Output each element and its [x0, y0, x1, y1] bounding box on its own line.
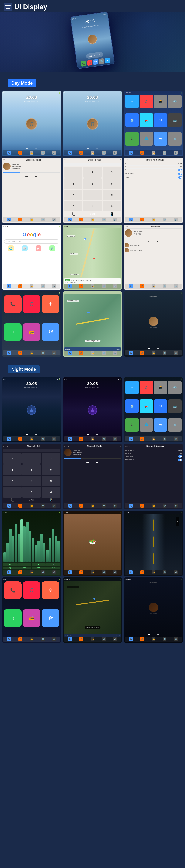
night-nav2-info: 15:16 ETA 9.0 mi — [64, 634, 121, 637]
app-grid-day: ✈ 🎵 📸 ⚙️ 📡 🚗 BT 📺 📞 🌐 🗺 ⚙️ — [125, 94, 182, 150]
night-carplay-music[interactable]: 🎵 — [23, 582, 41, 599]
night-bt-music-bottom: 📞 🎵 📻 ⚙️ 🔊 — [64, 503, 121, 508]
music-item-1[interactable]: 华乐_前奏.mp3 — [125, 243, 182, 248]
map-bottom: 📞 🎵 📻 ⚙️ 🔊 — [64, 284, 121, 289]
bt-field-pin-label: Device pin — [125, 166, 132, 168]
bt-music-album: Music Album — [12, 165, 21, 167]
bt-settings-content: Device nameCarBT Device pin0000 Auto ans… — [125, 162, 182, 217]
carplay-podcast2-icon[interactable]: 📻 — [23, 323, 41, 341]
hero-section: 20:08▲ WiFi 20:08 A soothing oasis of re… — [0, 12, 185, 72]
night-bt-call-keypad[interactable]: 1 2 3 4 5 6 7 8 9 * 0 # — [3, 453, 60, 498]
nav-route-info: 15:16 ETA 9.0 mi — [64, 347, 121, 351]
night-bt-music-album: Music Album — [73, 452, 82, 453]
hero-device-mockup: 20:08▲ WiFi 20:08 A soothing oasis of re… — [70, 12, 115, 69]
quick-icon-1[interactable]: 🌐 — [8, 245, 14, 251]
bt-settings-bottom: 📞 🎵 📻 ⚙️ 🔊 — [125, 217, 182, 222]
night-apps-statusbar: 18:54 ▲🔋 — [125, 378, 182, 380]
day-carplay2-screenshot: 18:51 ▲ 25🔋 SocialMusic Not Playing ⏮⏸⏭ … — [124, 291, 183, 356]
menu-icon[interactable] — [4, 3, 12, 11]
night-carplay-phone[interactable]: 📞 — [4, 582, 22, 599]
carplay-maps-icon[interactable]: 🗺 — [42, 323, 59, 341]
bt-field-devicename-label: Device name — [125, 163, 134, 165]
night-bt-toggle-2[interactable] — [178, 459, 182, 461]
night-bt-field-2: Device pin — [125, 452, 132, 454]
bt-toggle-autoanswer[interactable] — [178, 169, 182, 172]
night-carplay1-screenshot: 10:01🔋 📞 🎵 🎙 ♫ 📻 🗺 📞 🎵 📻 ⚙️ 🔊 — [2, 578, 61, 643]
map-statusbar: 11:58 ▲ 🔋 — [64, 226, 121, 227]
statusbar-1: 20:08▲ 🔋 — [3, 92, 60, 94]
night-bt-toggle-1[interactable] — [178, 455, 182, 458]
night-food-screenshot: 11:54 ▲🔋 🥗 📞 🎵 📻 ⚙️ 🔊 — [63, 511, 122, 576]
google-logo: Google — [3, 231, 60, 238]
night-statusbar-2: 20:08▲ 🔋 — [64, 378, 121, 380]
night-carplay-radio[interactable]: 📻 — [23, 609, 41, 627]
night-statusbar-1: 20:08▲ 🔋 — [3, 378, 60, 380]
day-localmusic-screenshot: 17:46 ▲ LocalMusic ↩ 华乐_前奏.mp3 Music Alb… — [124, 224, 183, 290]
carplay-phone-icon[interactable]: 📞 — [4, 295, 22, 313]
google-search-bar[interactable]: Search or type URL — [4, 240, 59, 244]
night-wave-bottom: 📞 🎵 📻 ⚙️ 🔊 — [3, 570, 60, 575]
time-display-2: 20:08 — [64, 95, 121, 100]
bt-field-devicename-val: CarBT — [178, 163, 182, 165]
device-screen: 20:08▲ WiFi 20:08 A soothing oasis of re… — [71, 12, 114, 69]
carplay1-apps: 📞 🎵 🎙 ♫ 📻 🗺 — [3, 294, 60, 350]
night-nav2-dist: 9.0 mi — [116, 635, 120, 636]
night-cp2-controls[interactable]: ⏮⏸⏭ — [125, 633, 182, 636]
night-nav2-map: 10/16 ETA • 9.0 mi ➡ Start on Dongtou Ro… — [64, 581, 121, 634]
night-app-grid: ✈ 🎵 📸 ⚙️ 📡 🚗 BT 📺 📞 🌐 🗺 ⚙️ — [125, 380, 182, 436]
night-carplay-podcast[interactable]: 🎙 — [42, 582, 59, 599]
bt-field-power-label: Power — [125, 176, 129, 179]
local-music-controls[interactable]: ⏮ ⏸ ⏭ — [125, 240, 182, 243]
night-subtitle-1: A soothing oasis of rest... — [3, 387, 60, 388]
night-nav2-destination: Start on Dongtou Road — [85, 626, 100, 628]
bt-toggle-power[interactable] — [178, 176, 182, 179]
day-bt-settings-screenshot: 17:46 ▲ Bluetooth_Settings ↩ Device name… — [124, 158, 183, 223]
night-bt-settings-title: Bluetooth_Settings — [147, 445, 164, 447]
bt-toggle-autoconnect[interactable] — [178, 173, 182, 175]
time-display-1: 20:08 — [3, 95, 60, 100]
nav-bottom: 📞 🎵 📻 ⚙️ 🔊 — [64, 351, 121, 355]
day-apps-screenshot: 18:54 ▲ 25▲ 🔋 ✈ 🎵 📸 ⚙️ 📡 🚗 BT 📺 📞 🌐 🗺 ⚙️… — [124, 91, 183, 156]
carplay2-statusbar: 18:51 ▲ 25🔋 — [125, 292, 182, 294]
carplay-podcast-icon[interactable]: 🎙 — [42, 295, 59, 313]
bottom-bar-apps: 📞 🎵 📻 ⚙️ 🔊 — [125, 150, 182, 155]
map-info: GO Sunny Coffee Modern Restaurant 15:16 … — [64, 278, 121, 284]
night-mode-label: Night Mode — [7, 365, 40, 373]
night-bt-settings-screenshot: 17:46 ▲ Bluetooth_Settings ↩ Device name… — [124, 444, 183, 509]
night-bt-music-screenshot: 17:46 ▲ Bluetooth_Music ✕ Music Title Mu… — [63, 444, 122, 509]
carplay-spotify-icon[interactable]: ♫ — [4, 323, 22, 341]
bottom-bar-1: 📞 🎵 📻 ⚙️ 🔊 — [3, 150, 60, 155]
night-carplay1-apps: 📞 🎵 🎙 ♫ 📻 🗺 — [3, 581, 60, 637]
quick-icon-4[interactable]: 🛒 — [50, 245, 55, 251]
bt-call-keypad[interactable]: 123 456 789 *0# — [64, 167, 121, 211]
quick-icon-3[interactable]: ▶ — [36, 245, 41, 251]
night-subtitle-2: A soothing oasis of rest... — [64, 387, 121, 388]
night-mode-grid: 20:08▲ 🔋 20:08 A soothing oasis of rest.… — [0, 377, 185, 645]
night-bt-field-1: Device name — [125, 449, 134, 451]
day-bt-call-screenshot: 17:46 ▲ Bluetooth_Call ✕ 123 456 789 *0#… — [63, 158, 122, 223]
player-controls-1[interactable]: ⏮⏸⏭ — [3, 147, 60, 150]
bt-music-controls[interactable]: ⏮ ⏸ ⏭ — [3, 174, 60, 178]
google-bottom: 📞 🎵 📻 ⚙️ 🔊 — [3, 284, 60, 289]
quick-icon-2[interactable]: 📰 — [22, 245, 28, 251]
night-bt-settings-content: Device nameCarBT Device pin0000 Auto ans… — [125, 449, 182, 462]
night-cp2-statusbar: 18:51 ▲ 25🔋 — [125, 579, 182, 580]
player-controls-2[interactable]: ⏮⏸⏭ — [64, 147, 121, 150]
carplay2-controls[interactable]: ⏮⏸⏭ — [125, 347, 182, 350]
carplay-music-icon[interactable]: 🎵 — [23, 295, 41, 313]
day-music1-screenshot: 20:08▲ 🔋 20:08 A soothing oasis of rest.… — [2, 91, 61, 156]
hamburger-icon[interactable]: ≡ — [178, 4, 181, 10]
night-carplay-spotify[interactable]: ♫ — [4, 609, 22, 627]
night-carplay-maps[interactable]: 🗺 — [42, 609, 59, 627]
day-bt-music-screenshot: 17:46 ▲ Bluetooth_Music ✕ Music Title Mu… — [2, 158, 61, 223]
night-bt-music-controls[interactable]: ⏮⏸⏭ — [64, 460, 121, 464]
bt-music-header: 17:46 ▲ Bluetooth_Music ✕ — [3, 159, 60, 162]
night-player-controls-2[interactable]: ⏮⏸⏭ — [64, 433, 121, 436]
music-item-2[interactable]: 华乐_前奏_8.mp3 — [125, 248, 182, 253]
statusbar-apps: 18:54 ▲ 25▲ 🔋 — [125, 92, 182, 94]
bt-settings-title: Bluetooth_Settings — [147, 159, 164, 161]
music-track-2: 华乐_前奏_8.mp3 — [130, 249, 141, 251]
page-header: UI Display ≡ — [0, 0, 185, 12]
night-player-controls-1[interactable]: ⏮⏸⏭ — [3, 433, 60, 436]
map-view: 📍 E Cactus Rd Dongtou Rd Sunny Coffee — [64, 228, 121, 278]
